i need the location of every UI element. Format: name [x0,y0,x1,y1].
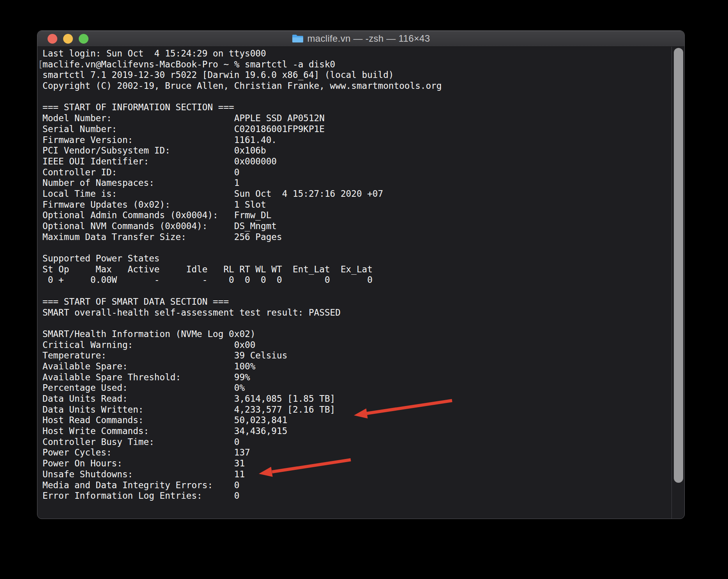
close-button[interactable] [48,34,57,44]
terminal-line: Number of Namespaces: 1 [42,178,684,189]
command-mark-open: [ [38,59,43,70]
terminal-line: SMART/Health Information (NVMe Log 0x02) [42,329,684,340]
terminal-line: Copyright (C) 2002-19, Bruce Allen, Chri… [42,81,684,92]
terminal-line: [maclife.vn@Maclifevns-MacBook-Pro ~ % s… [42,59,684,70]
terminal-line: smartctl 7.1 2019-12-30 r5022 [Darwin 19… [42,70,684,81]
terminal-line: Controller Busy Time: 0 [42,437,684,448]
minimize-button[interactable] [63,34,73,44]
terminal-line: Error Information Log Entries: 0 [42,491,684,501]
scrollbar-thumb[interactable] [674,48,683,483]
terminal-line: Available Spare: 100% [42,361,684,372]
terminal-output[interactable]: Last login: Sun Oct 4 15:24:29 on ttys00… [37,47,684,519]
window-titlebar[interactable]: maclife.vn — -zsh — 116×43 [37,31,684,47]
terminal-line: Percentage Used: 0% [42,383,684,394]
terminal-line: Critical Warning: 0x00 [42,340,684,351]
terminal-line: 0 + 0.00W - - 0 0 0 0 0 0 [42,275,684,286]
terminal-line: Firmware Version: 1161.40. [42,135,684,146]
terminal-line: IEEE OUI Identifier: 0x000000 [42,156,684,167]
window-title: maclife.vn — -zsh — 116×43 [307,33,430,44]
terminal-line: === START OF SMART DATA SECTION === [42,297,684,307]
terminal-line: Optional NVM Commands (0x0004): DS_Mngmt [42,221,684,232]
terminal-line: Firmware Updates (0x02): 1 Slot [42,199,684,210]
terminal-line: SMART overall-health self-assessment tes… [42,307,684,318]
terminal-line: Data Units Read: 3,614,085 [1.85 TB] [42,394,684,404]
terminal-line: Available Spare Threshold: 99% [42,372,684,383]
terminal-line: Media and Data Integrity Errors: 0 [42,480,684,491]
terminal-line [42,286,684,297]
terminal-line: Unsafe Shutdowns: 11 [42,469,684,480]
terminal-line [42,242,684,253]
terminal-line [42,318,684,329]
terminal-line: Power On Hours: 31 [42,458,684,469]
terminal-line: Maximum Data Transfer Size: 256 Pages [42,232,684,243]
terminal-line: Model Number: APPLE SSD AP0512N [42,113,684,124]
terminal-line: Data Units Written: 4,233,577 [2.16 TB] [42,404,684,415]
terminal-line: Host Read Commands: 50,023,841 [42,415,684,426]
terminal-line: St Op Max Active Idle RL RT WL WT Ent_La… [42,264,684,275]
command-mark-close: ] [679,59,684,70]
traffic-lights [48,34,88,44]
terminal-line: Temperature: 39 Celsius [42,350,684,361]
terminal-line: Supported Power States [42,253,684,264]
terminal-line: Local Time is: Sun Oct 4 15:27:16 2020 +… [42,189,684,199]
terminal-line: PCI Vendor/Subsystem ID: 0x106b [42,145,684,156]
terminal-line [42,92,684,102]
terminal-line: Last login: Sun Oct 4 15:24:29 on ttys00… [42,48,684,59]
folder-icon [292,34,304,43]
zoom-button[interactable] [79,34,88,44]
terminal-window: maclife.vn — -zsh — 116×43 Last login: S… [37,30,685,519]
terminal-line: Controller ID: 0 [42,167,684,178]
terminal-line: Optional Admin Commands (0x0004): Frmw_D… [42,210,684,221]
terminal-line: === START OF INFORMATION SECTION === [42,102,684,113]
terminal-line: Serial Number: C020186001FP9KP1E [42,124,684,135]
terminal-line: Host Write Commands: 34,436,915 [42,426,684,437]
terminal-line: Power Cycles: 137 [42,447,684,458]
